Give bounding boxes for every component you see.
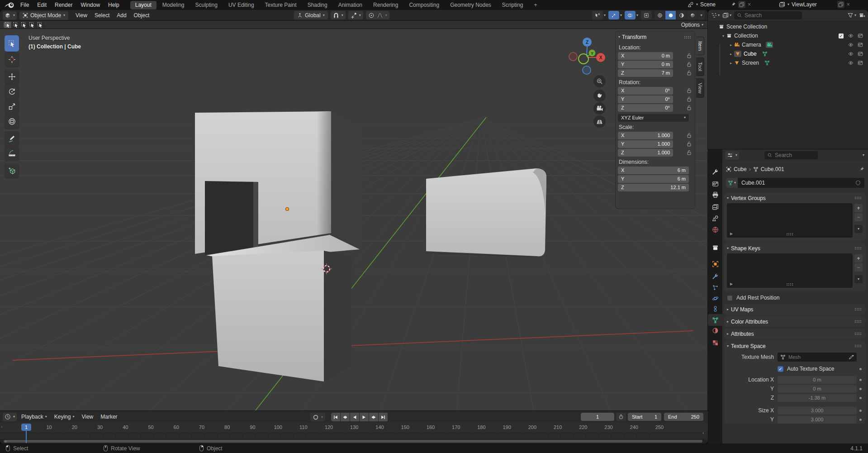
uv-maps-header[interactable]: ▸UV Maps xyxy=(724,304,865,315)
rotate-tool-button[interactable] xyxy=(5,84,19,99)
timeline-track[interactable] xyxy=(0,433,708,439)
animate-dot[interactable] xyxy=(859,368,862,370)
workspace-tab-uv-editing[interactable]: UV Editing xyxy=(223,1,259,10)
lock-icon[interactable] xyxy=(686,141,692,147)
properties-tab-render[interactable] xyxy=(708,178,722,190)
menu-help[interactable]: Help xyxy=(104,0,123,10)
workspace-tab-animation[interactable]: Animation xyxy=(333,1,367,10)
texture-row-field[interactable]: 0 m xyxy=(778,385,857,393)
animate-dot[interactable] xyxy=(859,397,862,399)
hide-in-viewport-toggle[interactable] xyxy=(848,51,854,57)
attributes-header[interactable]: ▸Attributes xyxy=(724,329,865,339)
auto-texture-space-checkbox[interactable]: ✓ xyxy=(778,366,783,372)
transform-tool-button[interactable] xyxy=(5,114,19,129)
3d-viewport[interactable]: User Perspective (1) Collection | Cube Z… xyxy=(0,29,708,411)
menu-file[interactable]: File xyxy=(16,0,33,10)
timeline-editor-type-button[interactable]: ▾ xyxy=(3,413,17,421)
proportional-editing-cluster[interactable]: ▾ xyxy=(366,11,389,19)
new-collection-button[interactable] xyxy=(859,12,865,19)
chevron-down-icon[interactable]: ▾ xyxy=(636,14,638,17)
scale-tool-button[interactable] xyxy=(5,99,19,114)
outliner-row-screen[interactable]: ▸Screen xyxy=(708,58,868,67)
pan-button[interactable] xyxy=(593,90,606,102)
editor-type-button[interactable]: ▾ xyxy=(3,11,17,20)
location-z-field[interactable]: Z7 m xyxy=(618,69,673,77)
texture-space-header[interactable]: ▾Texture Space xyxy=(724,341,865,351)
sidebar-tab-item[interactable]: Item xyxy=(696,37,704,55)
list-resize-grip[interactable] xyxy=(786,233,793,236)
gizmo-toggle-button[interactable] xyxy=(608,11,619,19)
timeline-ruler[interactable]: 1020304050607080901001101201301401501601… xyxy=(0,423,708,433)
menu-edit[interactable]: Edit xyxy=(33,0,51,10)
panel-grip[interactable] xyxy=(854,344,862,348)
remove-vertex-group-button[interactable]: − xyxy=(854,213,863,221)
properties-tab-particles[interactable] xyxy=(708,281,722,293)
xray-toggle-button[interactable] xyxy=(641,11,652,19)
shading-matprev-button[interactable] xyxy=(676,11,687,19)
shading-wire-button[interactable] xyxy=(655,11,665,19)
lock-icon[interactable] xyxy=(686,149,692,156)
shading-dropdown[interactable]: ▾ xyxy=(698,11,705,19)
play-button[interactable] xyxy=(360,413,369,421)
workspace-tab-texture-paint[interactable]: Texture Paint xyxy=(260,1,302,10)
rotation-y-field[interactable]: Y0° xyxy=(618,95,673,103)
toggle-vis[interactable]: ▾ xyxy=(592,11,606,19)
select-mode-subtract[interactable] xyxy=(20,22,28,28)
expander-icon[interactable]: ▾ xyxy=(720,34,726,38)
breadcrumb-data[interactable]: Cube.001 xyxy=(761,166,784,172)
lock-icon[interactable] xyxy=(686,132,692,138)
panel-grip[interactable] xyxy=(684,36,691,39)
animate-dot[interactable] xyxy=(859,379,862,381)
scene-name[interactable]: Scene xyxy=(700,1,716,8)
texture-row-field[interactable]: 3.000 xyxy=(778,407,857,415)
viewport-menu-view[interactable]: View xyxy=(72,12,91,19)
timeline-menu-marker[interactable]: Marker xyxy=(97,414,121,420)
frame-start-field[interactable]: Start 1 xyxy=(628,413,661,421)
viewport-menu-object[interactable]: Object xyxy=(130,12,153,19)
navigation-gizmo[interactable]: Z X Y xyxy=(566,36,607,77)
lock-icon[interactable] xyxy=(686,70,692,76)
current-frame-field[interactable]: 1 xyxy=(581,413,614,421)
properties-tab-object[interactable] xyxy=(708,258,722,270)
timeline-menu-keying[interactable]: Keying▾ xyxy=(51,414,78,420)
hide-in-viewport-toggle[interactable] xyxy=(848,60,854,66)
camera-view-button[interactable] xyxy=(593,102,606,114)
eyedropper-icon[interactable] xyxy=(849,354,854,360)
outliner-filter-button[interactable]: ▾ xyxy=(847,12,856,19)
scale-y-field[interactable]: Y1.000 xyxy=(618,140,673,148)
lock-icon[interactable] xyxy=(686,61,692,67)
animate-dot[interactable] xyxy=(859,410,862,412)
add-cube-tool-button[interactable] xyxy=(5,163,19,178)
viewport-menu-select[interactable]: Select xyxy=(91,12,113,19)
viewport-menu-add[interactable]: Add xyxy=(113,12,130,19)
properties-tab-texture[interactable] xyxy=(708,337,722,348)
auto-keying-toggle[interactable]: ▾ xyxy=(310,413,325,421)
toggle-xray[interactable] xyxy=(641,11,652,19)
texture-row-field[interactable]: -1.38 m xyxy=(778,394,857,402)
datablock-name-field[interactable]: Cube.001 xyxy=(738,178,864,188)
move-tool-button[interactable] xyxy=(5,69,19,84)
zoom-button[interactable] xyxy=(593,75,606,87)
screen-object[interactable] xyxy=(426,168,546,257)
viewlayer-icon[interactable] xyxy=(779,1,785,8)
properties-tab-world[interactable] xyxy=(708,224,722,235)
list-expand-icon[interactable]: ▶ xyxy=(730,232,733,236)
menu-render[interactable]: Render xyxy=(51,0,76,10)
outliner-type-button[interactable]: ▾ xyxy=(711,12,720,19)
animate-dot[interactable] xyxy=(859,388,862,390)
lock-icon[interactable] xyxy=(686,105,692,111)
new-scene-button[interactable] xyxy=(738,1,745,8)
remove-shape-key-button[interactable]: − xyxy=(854,263,863,272)
lock-icon[interactable] xyxy=(686,52,692,59)
remove-viewlayer-button[interactable]: × xyxy=(847,1,850,8)
lock-icon[interactable] xyxy=(686,96,692,102)
gizmo-minus-x-axis[interactable] xyxy=(569,52,577,61)
use-preview-range-toggle[interactable] xyxy=(616,413,626,421)
scrollbar-handle[interactable] xyxy=(4,440,702,443)
scale-x-field[interactable]: X1.000 xyxy=(618,132,673,139)
properties-tab-output[interactable] xyxy=(708,189,722,200)
menu-window[interactable]: Window xyxy=(76,0,104,10)
overlays-toggle-button[interactable] xyxy=(625,11,636,19)
workspace-tab-compositing[interactable]: Compositing xyxy=(404,1,444,10)
properties-options-toggle[interactable]: ▾ xyxy=(863,153,864,157)
